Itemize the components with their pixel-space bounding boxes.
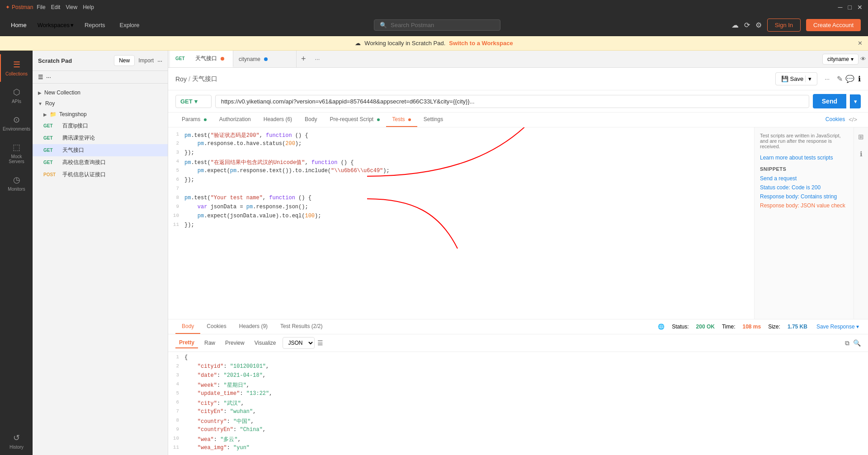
tesingshop-folder[interactable]: ▶ 📁 Tesingshop xyxy=(33,109,168,120)
close-banner-button[interactable]: ✕ xyxy=(858,40,863,47)
more-button[interactable]: ··· xyxy=(821,74,833,84)
snippet-send-request[interactable]: Send a request xyxy=(760,175,848,182)
switch-workspace-link[interactable]: Switch to a Workspace xyxy=(449,40,513,47)
send-dropdown-button[interactable]: ▾ xyxy=(850,94,861,108)
code-view-button[interactable]: </> xyxy=(845,113,861,127)
response-tab-cookies[interactable]: Cookies xyxy=(200,319,232,334)
baidu-ip-item[interactable]: GET 百度ip接口 xyxy=(33,120,168,132)
more-filter-icon[interactable]: ··· xyxy=(46,74,51,80)
tab-weather-api[interactable]: GET 天气接口 xyxy=(170,51,233,67)
line-number: 9 xyxy=(168,204,184,212)
info-rail-icon[interactable]: ℹ xyxy=(858,148,864,160)
env-eye-button[interactable]: 👁 xyxy=(860,56,866,62)
signin-button[interactable]: Sign In xyxy=(767,19,801,32)
response-tab-body[interactable]: Body xyxy=(175,319,200,334)
sidebar-item-collections[interactable]: ☰ Collections xyxy=(0,54,32,82)
json-line-8: 8 "country": "中国", xyxy=(168,417,868,426)
search-bar[interactable]: 🔍 xyxy=(374,19,500,31)
university-info-item[interactable]: GET 高校信息查询接口 xyxy=(33,156,168,169)
json-line-9: 9 "countryEn": "China", xyxy=(168,426,868,435)
tencent-label: 腾讯课堂评论 xyxy=(62,134,95,142)
nav-explore[interactable]: Explore xyxy=(116,20,143,30)
format-visualize-button[interactable]: Visualize xyxy=(251,338,280,348)
menu-view[interactable]: View xyxy=(66,4,77,10)
code-line-5: 5 pm.expect(pm.response.text()).to.inclu… xyxy=(168,167,754,176)
tab-authorization[interactable]: Authorization xyxy=(213,113,257,127)
sync-icon[interactable]: ⟳ xyxy=(744,21,750,29)
format-type-select[interactable]: JSON xyxy=(283,337,315,349)
format-raw-button[interactable]: Raw xyxy=(201,338,219,348)
maximize-button[interactable]: □ xyxy=(848,4,852,11)
menu-file[interactable]: File xyxy=(37,4,45,10)
roy-collection[interactable]: ▼ Roy xyxy=(33,98,168,109)
menu-edit[interactable]: Edit xyxy=(51,4,61,10)
more-tabs-button[interactable]: ··· xyxy=(311,56,325,62)
tab-params[interactable]: Params xyxy=(175,113,213,127)
phone-auth-item[interactable]: POST 手机信息认证接口 xyxy=(33,169,168,181)
add-tab-button[interactable]: + xyxy=(297,54,311,64)
info-icon[interactable]: ℹ xyxy=(858,75,861,83)
filter-icon[interactable]: ☰ xyxy=(38,74,43,80)
nav-reports[interactable]: Reports xyxy=(81,20,109,30)
tab-pre-request[interactable]: Pre-request Script xyxy=(323,113,386,127)
settings-icon[interactable]: ⚙ xyxy=(755,21,762,29)
nav-home[interactable]: Home xyxy=(7,20,30,30)
learn-more-link[interactable]: Learn more about tests scripts xyxy=(760,155,848,161)
line-num: 5 xyxy=(168,390,184,399)
tencent-comment-item[interactable]: GET 腾讯课堂评论 xyxy=(33,132,168,144)
sidebar-item-history[interactable]: ↺ History xyxy=(5,427,27,455)
new-collection-item[interactable]: ▶ New Collection xyxy=(33,87,168,98)
edit-icon[interactable]: ✎ xyxy=(837,75,843,83)
response-tab-test-results[interactable]: Test Results (2/2) xyxy=(274,319,329,334)
tab-tests[interactable]: Tests xyxy=(386,113,417,127)
import-button[interactable]: Import xyxy=(138,57,154,64)
snippet-status-200[interactable]: Status code: Code is 200 xyxy=(760,184,848,191)
title-bar-menu: File Edit View Help xyxy=(37,4,94,10)
new-button[interactable]: New xyxy=(114,55,135,66)
save-button[interactable]: 💾 Save ▾ xyxy=(775,72,818,85)
body-label: Body xyxy=(305,116,317,122)
more-options-icon[interactable]: ··· xyxy=(157,57,162,64)
environments-icon: ⊙ xyxy=(13,115,20,125)
sidebar-item-apis[interactable]: ⬡ APIs xyxy=(0,82,32,109)
cloud-icon[interactable]: ☁ xyxy=(731,21,739,29)
tab-headers[interactable]: Headers (6) xyxy=(257,113,298,127)
weather-api-item[interactable]: GET 天气接口 xyxy=(33,144,168,156)
save-dropdown-arrow[interactable]: ▾ xyxy=(805,75,811,82)
url-input[interactable] xyxy=(215,95,809,108)
minimize-button[interactable]: ─ xyxy=(838,4,843,11)
line-content: pm.expect(jsonData.value).to.eql(100); xyxy=(184,213,754,221)
collections-icon: ☰ xyxy=(13,60,20,70)
response-tab-headers[interactable]: Headers (9) xyxy=(233,319,274,334)
format-preview-button[interactable]: Preview xyxy=(222,338,248,348)
search-icon[interactable]: 🔍 xyxy=(853,339,861,347)
create-account-button[interactable]: Create Account xyxy=(806,19,861,31)
filter-lines-icon[interactable]: ☰ xyxy=(317,339,323,347)
snippet-response-json-value[interactable]: Response body: JSON value check xyxy=(760,202,848,209)
sidebar-item-mock-servers[interactable]: ⬚ Mock Servers xyxy=(0,137,32,169)
response-icon[interactable]: ⊞ xyxy=(856,131,866,143)
method-selector[interactable]: GET ▾ xyxy=(175,95,212,108)
send-button[interactable]: Send xyxy=(813,94,846,108)
nav-workspaces[interactable]: Workspaces ▾ xyxy=(38,22,74,28)
content-area: GET 天气接口 cityname + ··· cityname ▾ 👁 xyxy=(168,51,868,455)
search-input[interactable] xyxy=(391,22,481,28)
tab-cityname[interactable]: cityname xyxy=(233,51,297,67)
snippet-response-body-string[interactable]: Response body: Contains string xyxy=(760,193,848,200)
comment-icon[interactable]: 💬 xyxy=(845,75,854,83)
sidebar-item-monitors[interactable]: ◷ Monitors xyxy=(0,169,32,197)
tests-code-editor[interactable]: 1 pm.test("验证状态码是200", function () { 2 p… xyxy=(168,127,754,319)
format-pretty-button[interactable]: Pretty xyxy=(175,338,198,348)
right-rail: ⊞ ℹ xyxy=(854,127,868,319)
tab-settings[interactable]: Settings xyxy=(417,113,449,127)
menu-help[interactable]: Help xyxy=(83,4,94,10)
copy-icon[interactable]: ⧉ xyxy=(845,339,849,347)
env-selector[interactable]: cityname ▾ xyxy=(822,54,859,65)
line-num: 11 xyxy=(168,445,184,453)
tab-body[interactable]: Body xyxy=(298,113,323,127)
close-button[interactable]: ✕ xyxy=(857,4,863,11)
line-content: "city": "武汉", xyxy=(184,399,868,408)
cookies-link[interactable]: Cookies xyxy=(826,113,845,127)
sidebar-item-environments[interactable]: ⊙ Environments xyxy=(0,109,32,137)
save-response-button[interactable]: Save Response ▾ xyxy=(815,324,861,330)
